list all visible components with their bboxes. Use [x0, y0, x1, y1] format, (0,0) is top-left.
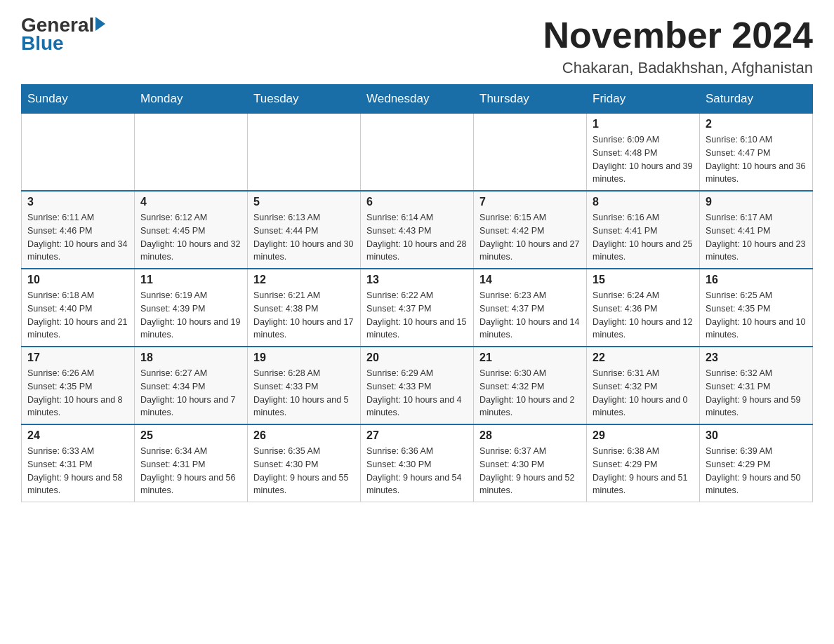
day-info: Sunrise: 6:22 AM Sunset: 4:37 PM Dayligh…	[366, 289, 468, 342]
calendar-header-row: Sunday Monday Tuesday Wednesday Thursday…	[22, 85, 813, 114]
day-number: 21	[479, 351, 581, 364]
day-info: Sunrise: 6:33 AM Sunset: 4:31 PM Dayligh…	[27, 445, 128, 497]
table-row	[361, 114, 474, 192]
day-info: Sunrise: 6:30 AM Sunset: 4:32 PM Dayligh…	[479, 367, 581, 420]
day-info: Sunrise: 6:29 AM Sunset: 4:33 PM Dayligh…	[366, 367, 468, 420]
table-row: 1Sunrise: 6:09 AM Sunset: 4:48 PM Daylig…	[587, 114, 700, 192]
day-info: Sunrise: 6:21 AM Sunset: 4:38 PM Dayligh…	[253, 289, 355, 342]
day-info: Sunrise: 6:16 AM Sunset: 4:41 PM Dayligh…	[593, 211, 694, 264]
table-row: 6Sunrise: 6:14 AM Sunset: 4:43 PM Daylig…	[361, 191, 474, 269]
day-info: Sunrise: 6:18 AM Sunset: 4:40 PM Dayligh…	[27, 289, 128, 342]
calendar-week-row: 24Sunrise: 6:33 AM Sunset: 4:31 PM Dayli…	[22, 424, 813, 502]
day-info: Sunrise: 6:24 AM Sunset: 4:36 PM Dayligh…	[593, 289, 694, 342]
day-info: Sunrise: 6:09 AM Sunset: 4:48 PM Dayligh…	[593, 133, 694, 186]
logo-arrow-icon	[95, 17, 105, 31]
day-info: Sunrise: 6:34 AM Sunset: 4:31 PM Dayligh…	[140, 445, 241, 497]
calendar-week-row: 3Sunrise: 6:11 AM Sunset: 4:46 PM Daylig…	[22, 191, 813, 269]
table-row: 19Sunrise: 6:28 AM Sunset: 4:33 PM Dayli…	[248, 347, 361, 424]
header-friday: Friday	[587, 85, 700, 114]
day-info: Sunrise: 6:25 AM Sunset: 4:35 PM Dayligh…	[706, 289, 807, 342]
table-row: 2Sunrise: 6:10 AM Sunset: 4:47 PM Daylig…	[700, 114, 813, 192]
day-number: 16	[706, 274, 807, 286]
location-subtitle: Chakaran, Badakhshan, Afghanistan	[543, 59, 813, 77]
day-info: Sunrise: 6:35 AM Sunset: 4:30 PM Dayligh…	[253, 445, 355, 497]
table-row: 28Sunrise: 6:37 AM Sunset: 4:30 PM Dayli…	[474, 424, 587, 502]
day-info: Sunrise: 6:27 AM Sunset: 4:34 PM Dayligh…	[140, 367, 241, 420]
day-number: 18	[140, 351, 241, 364]
header-sunday: Sunday	[22, 85, 135, 114]
day-number: 27	[366, 429, 468, 442]
day-number: 4	[140, 196, 241, 208]
day-info: Sunrise: 6:14 AM Sunset: 4:43 PM Dayligh…	[366, 211, 468, 264]
table-row: 9Sunrise: 6:17 AM Sunset: 4:41 PM Daylig…	[700, 191, 813, 269]
table-row: 12Sunrise: 6:21 AM Sunset: 4:38 PM Dayli…	[248, 269, 361, 347]
day-number: 2	[706, 118, 807, 130]
day-number: 28	[479, 429, 581, 442]
day-number: 1	[593, 118, 694, 130]
calendar-table: Sunday Monday Tuesday Wednesday Thursday…	[21, 84, 813, 502]
day-number: 13	[366, 274, 468, 286]
table-row: 20Sunrise: 6:29 AM Sunset: 4:33 PM Dayli…	[361, 347, 474, 424]
header-tuesday: Tuesday	[248, 85, 361, 114]
table-row: 11Sunrise: 6:19 AM Sunset: 4:39 PM Dayli…	[135, 269, 248, 347]
day-number: 10	[27, 274, 128, 286]
day-number: 19	[253, 351, 355, 364]
table-row: 16Sunrise: 6:25 AM Sunset: 4:35 PM Dayli…	[700, 269, 813, 347]
day-info: Sunrise: 6:39 AM Sunset: 4:29 PM Dayligh…	[706, 445, 807, 497]
day-info: Sunrise: 6:26 AM Sunset: 4:35 PM Dayligh…	[27, 367, 128, 420]
day-number: 24	[27, 429, 128, 442]
day-number: 30	[706, 429, 807, 442]
table-row: 8Sunrise: 6:16 AM Sunset: 4:41 PM Daylig…	[587, 191, 700, 269]
header-monday: Monday	[135, 85, 248, 114]
day-info: Sunrise: 6:23 AM Sunset: 4:37 PM Dayligh…	[479, 289, 581, 342]
day-info: Sunrise: 6:36 AM Sunset: 4:30 PM Dayligh…	[366, 445, 468, 497]
day-info: Sunrise: 6:17 AM Sunset: 4:41 PM Dayligh…	[706, 211, 807, 264]
day-info: Sunrise: 6:32 AM Sunset: 4:31 PM Dayligh…	[706, 367, 807, 420]
page-header: General Blue November 2024 Chakaran, Bad…	[21, 14, 813, 77]
table-row: 26Sunrise: 6:35 AM Sunset: 4:30 PM Dayli…	[248, 424, 361, 502]
title-section: November 2024 Chakaran, Badakhshan, Afgh…	[543, 14, 813, 77]
day-number: 20	[366, 351, 468, 364]
day-number: 17	[27, 351, 128, 364]
table-row: 29Sunrise: 6:38 AM Sunset: 4:29 PM Dayli…	[587, 424, 700, 502]
table-row: 3Sunrise: 6:11 AM Sunset: 4:46 PM Daylig…	[22, 191, 135, 269]
table-row: 7Sunrise: 6:15 AM Sunset: 4:42 PM Daylig…	[474, 191, 587, 269]
table-row: 21Sunrise: 6:30 AM Sunset: 4:32 PM Dayli…	[474, 347, 587, 424]
day-info: Sunrise: 6:28 AM Sunset: 4:33 PM Dayligh…	[253, 367, 355, 420]
header-saturday: Saturday	[700, 85, 813, 114]
calendar-week-row: 17Sunrise: 6:26 AM Sunset: 4:35 PM Dayli…	[22, 347, 813, 424]
day-number: 23	[706, 351, 807, 364]
day-number: 25	[140, 429, 241, 442]
day-number: 29	[593, 429, 694, 442]
day-number: 6	[366, 196, 468, 208]
logo-blue-text: Blue	[21, 32, 64, 55]
day-number: 14	[479, 274, 581, 286]
header-wednesday: Wednesday	[361, 85, 474, 114]
table-row: 18Sunrise: 6:27 AM Sunset: 4:34 PM Dayli…	[135, 347, 248, 424]
day-number: 8	[593, 196, 694, 208]
table-row: 14Sunrise: 6:23 AM Sunset: 4:37 PM Dayli…	[474, 269, 587, 347]
day-info: Sunrise: 6:38 AM Sunset: 4:29 PM Dayligh…	[593, 445, 694, 497]
day-number: 12	[253, 274, 355, 286]
day-info: Sunrise: 6:13 AM Sunset: 4:44 PM Dayligh…	[253, 211, 355, 264]
table-row: 15Sunrise: 6:24 AM Sunset: 4:36 PM Dayli…	[587, 269, 700, 347]
calendar-week-row: 1Sunrise: 6:09 AM Sunset: 4:48 PM Daylig…	[22, 114, 813, 192]
table-row: 22Sunrise: 6:31 AM Sunset: 4:32 PM Dayli…	[587, 347, 700, 424]
table-row	[474, 114, 587, 192]
day-number: 9	[706, 196, 807, 208]
table-row: 17Sunrise: 6:26 AM Sunset: 4:35 PM Dayli…	[22, 347, 135, 424]
table-row: 24Sunrise: 6:33 AM Sunset: 4:31 PM Dayli…	[22, 424, 135, 502]
table-row: 4Sunrise: 6:12 AM Sunset: 4:45 PM Daylig…	[135, 191, 248, 269]
day-info: Sunrise: 6:11 AM Sunset: 4:46 PM Dayligh…	[27, 211, 128, 264]
day-info: Sunrise: 6:15 AM Sunset: 4:42 PM Dayligh…	[479, 211, 581, 264]
table-row: 25Sunrise: 6:34 AM Sunset: 4:31 PM Dayli…	[135, 424, 248, 502]
day-info: Sunrise: 6:19 AM Sunset: 4:39 PM Dayligh…	[140, 289, 241, 342]
table-row: 5Sunrise: 6:13 AM Sunset: 4:44 PM Daylig…	[248, 191, 361, 269]
table-row: 13Sunrise: 6:22 AM Sunset: 4:37 PM Dayli…	[361, 269, 474, 347]
table-row	[22, 114, 135, 192]
table-row: 10Sunrise: 6:18 AM Sunset: 4:40 PM Dayli…	[22, 269, 135, 347]
day-number: 7	[479, 196, 581, 208]
day-info: Sunrise: 6:12 AM Sunset: 4:45 PM Dayligh…	[140, 211, 241, 264]
table-row: 30Sunrise: 6:39 AM Sunset: 4:29 PM Dayli…	[700, 424, 813, 502]
day-number: 5	[253, 196, 355, 208]
